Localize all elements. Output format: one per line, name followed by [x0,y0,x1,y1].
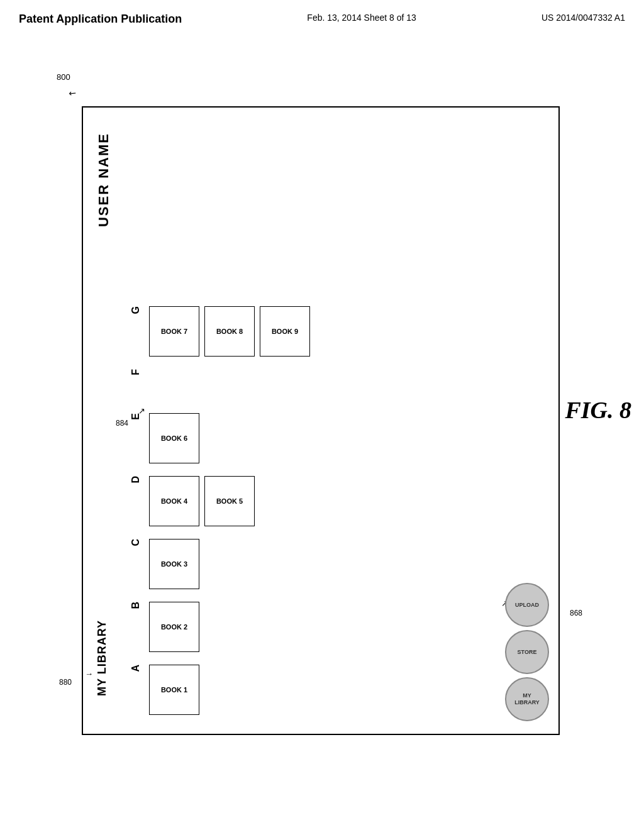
book-9[interactable]: BOOK 9 [260,306,310,357]
book-6[interactable]: BOOK 6 [149,413,199,463]
section-D: D BOOK 4 BOOK 5 [130,473,499,529]
section-B: B BOOK 2 [130,599,499,655]
section-label-C: C [130,539,143,546]
book-1[interactable]: BOOK 1 [149,665,199,715]
section-label-E: E [130,413,143,420]
publication-title: Patent Application Publication [19,13,182,26]
arrow-880: → [85,669,93,678]
ref-label-884: 884 [116,419,128,428]
store-button[interactable]: STORE [505,630,549,674]
section-E: E BOOK 6 [130,410,499,467]
main-content: 800 ↙ USER NAME MY LIBRARY 880 → 884 ↗ 8… [0,32,644,760]
books-A: BOOK 1 [149,665,199,715]
ref-label-880: 880 [59,678,72,687]
book-3[interactable]: BOOK 3 [149,539,199,589]
books-E: BOOK 6 [149,413,199,463]
section-label-D: D [130,476,143,484]
book-7[interactable]: BOOK 7 [149,306,199,357]
books-C: BOOK 3 [149,539,199,589]
books-G: BOOK 7 BOOK 8 BOOK 9 [149,306,310,357]
section-C: C BOOK 3 [130,536,499,592]
section-label-G: G [130,306,143,314]
publication-number: US 2014/0047332 A1 [541,13,625,23]
ref-label-800: 800 [57,72,70,82]
my-library-label: MY LIBRARY [96,620,109,696]
book-5[interactable]: BOOK 5 [204,476,255,526]
book-8[interactable]: BOOK 8 [204,306,255,357]
section-G: G BOOK 7 BOOK 8 BOOK 9 [130,303,499,360]
book-2[interactable]: BOOK 2 [149,602,199,652]
diagram-box: USER NAME MY LIBRARY 880 → 884 ↗ 868 ↗ A… [82,106,560,735]
section-F: F [130,366,499,404]
ref-label-868: 868 [570,609,582,617]
section-label-A: A [130,665,143,672]
upload-button[interactable]: UPLOAD [505,583,549,627]
book-4[interactable]: BOOK 4 [149,476,199,526]
section-A: A BOOK 1 [130,661,499,718]
sections-area: A BOOK 1 B BOOK 2 C BOOK 3 [130,117,499,724]
figure-label: FIG. 8 [565,396,631,424]
books-D: BOOK 4 BOOK 5 [149,476,255,526]
user-name-label: USER NAME [96,133,112,227]
section-label-F: F [130,369,143,375]
page-header: Patent Application Publication Feb. 13, … [0,0,644,32]
books-B: BOOK 2 [149,602,199,652]
section-label-B: B [130,602,143,609]
publication-date-sheet: Feb. 13, 2014 Sheet 8 of 13 [307,13,416,23]
my-library-button[interactable]: MYLIBRARY [505,677,549,721]
action-buttons: UPLOAD STORE MYLIBRARY [505,583,549,721]
arrow-800: ↙ [67,87,79,99]
